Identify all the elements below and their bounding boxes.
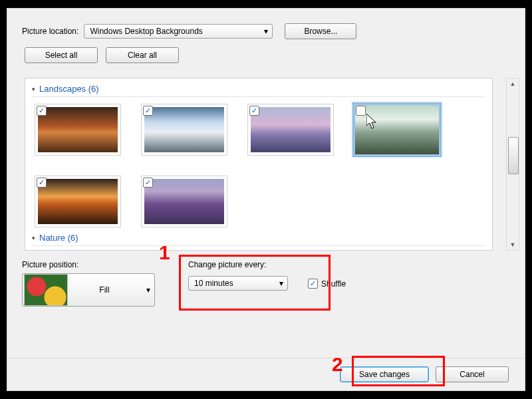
- divider: [32, 245, 485, 246]
- chevron-down-icon: ▾: [146, 285, 150, 295]
- scroll-thumb[interactable]: [508, 137, 519, 174]
- change-every-value: 10 minutes: [194, 279, 233, 288]
- picture-position-value: Fill: [68, 285, 141, 295]
- annotation-number-2: 2: [332, 353, 343, 376]
- thumb-checkbox[interactable]: ✓: [37, 178, 47, 188]
- chevron-down-icon: ▾: [279, 279, 283, 288]
- group-header-landscapes[interactable]: ▾ Landscapes (6): [25, 78, 492, 96]
- picture-location-combo[interactable]: Windows Desktop Backgrounds ▾: [84, 24, 273, 39]
- wallpaper-thumb[interactable]: ✓: [35, 104, 121, 156]
- collapse-icon: ▾: [32, 235, 35, 241]
- picture-location-label: Picture location:: [22, 27, 78, 36]
- clear-all-label: Clear all: [128, 51, 157, 60]
- button-bar: Save changes Cancel: [7, 358, 525, 390]
- scroll-down-icon[interactable]: ▼: [507, 239, 518, 250]
- chevron-down-icon: ▾: [264, 27, 268, 36]
- thumb-checkbox[interactable]: ✓: [37, 106, 47, 116]
- select-all-button[interactable]: Select all: [25, 47, 98, 63]
- thumb-checkbox[interactable]: ✓: [249, 106, 259, 116]
- select-all-label: Select all: [45, 51, 78, 60]
- shuffle-checkbox[interactable]: ✓ Shuffle: [308, 279, 346, 289]
- group-title: Landscapes (6): [39, 84, 99, 94]
- annotation-number-1: 1: [159, 241, 170, 264]
- browse-button[interactable]: Browse...: [285, 23, 356, 39]
- scroll-up-icon[interactable]: ▲: [507, 78, 518, 89]
- thumbnail-row: ✓ ✓ ✓ ✓ ✓: [25, 97, 492, 231]
- group-title: Nature (6): [39, 233, 78, 243]
- thumb-checkbox[interactable]: [356, 106, 366, 116]
- checkbox-icon: ✓: [308, 279, 318, 289]
- picture-position-preview: [24, 274, 68, 306]
- wallpaper-thumb[interactable]: ✓: [141, 104, 227, 156]
- cancel-button[interactable]: Cancel: [436, 366, 509, 382]
- save-changes-label: Save changes: [359, 370, 410, 379]
- dialog-panel: Picture location: Windows Desktop Backgr…: [7, 8, 525, 391]
- thumb-checkbox[interactable]: ✓: [143, 178, 153, 188]
- thumb-checkbox[interactable]: ✓: [143, 106, 153, 116]
- scroll-track[interactable]: [507, 89, 518, 239]
- picture-position-label: Picture position:: [22, 260, 155, 269]
- wallpaper-thumb[interactable]: ✓: [247, 104, 334, 156]
- clear-all-button[interactable]: Clear all: [106, 47, 179, 63]
- save-changes-button[interactable]: Save changes: [340, 366, 429, 382]
- group-header-nature[interactable]: ▾ Nature (6): [25, 231, 492, 245]
- wallpaper-thumb[interactable]: ✓: [35, 176, 121, 227]
- picture-location-value: Windows Desktop Backgrounds: [90, 27, 202, 36]
- collapse-icon: ▾: [32, 86, 35, 92]
- wallpaper-thumb[interactable]: ✓: [141, 176, 227, 227]
- wallpaper-thumb[interactable]: [354, 104, 440, 156]
- picture-position-combo[interactable]: Fill ▾: [22, 273, 155, 307]
- browse-button-label: Browse...: [304, 27, 337, 36]
- change-every-label: Change picture every:: [188, 260, 288, 269]
- thumbnail-gallery: ▾ Landscapes (6) ✓ ✓ ✓ ✓ ✓ ▾ Nature (6): [25, 78, 493, 251]
- cancel-label: Cancel: [460, 370, 484, 379]
- shuffle-label: Shuffle: [321, 279, 346, 289]
- change-every-combo[interactable]: 10 minutes ▾: [188, 276, 288, 291]
- scrollbar[interactable]: ▲ ▼: [506, 78, 519, 251]
